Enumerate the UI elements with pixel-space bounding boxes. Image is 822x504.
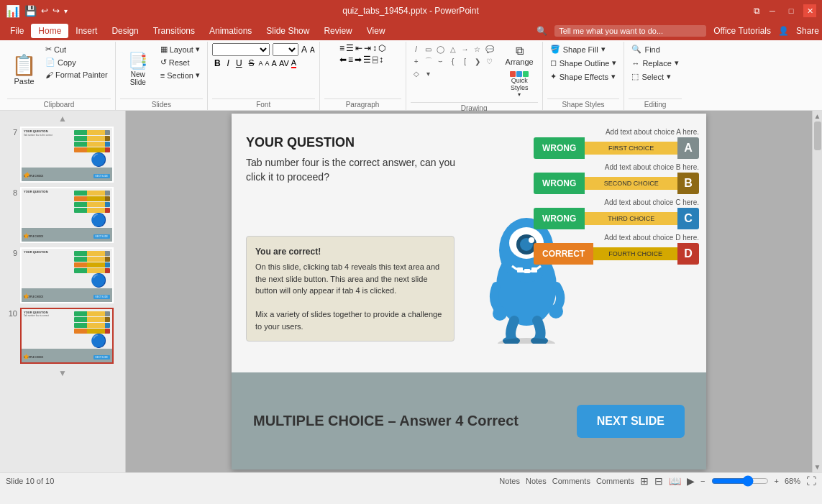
line-spacing[interactable]: ↕ <box>379 55 383 65</box>
choice-b-letter[interactable]: B <box>677 173 699 194</box>
choice-b-label[interactable]: SECOND CHOICE <box>585 177 677 190</box>
font-size-increase[interactable]: A <box>301 45 307 55</box>
fit-window-button[interactable]: ⛶ <box>806 475 816 487</box>
slide-image-8[interactable]: YOUR QUESTION <box>20 187 114 243</box>
find-button[interactable]: 🔍 Find <box>629 43 681 55</box>
shape-effects-button[interactable]: ✦ Shape Effects ▾ <box>547 70 620 83</box>
numbering-button[interactable]: ☰ <box>346 43 354 53</box>
maximize-button[interactable]: □ <box>785 4 798 17</box>
shape-arrow[interactable]: → <box>460 43 471 55</box>
shape-arc[interactable]: ⌒ <box>423 55 434 67</box>
font-size-decrease[interactable]: A <box>310 46 315 54</box>
view-normal[interactable]: ⊞ <box>640 475 649 487</box>
columns[interactable]: ⌸ <box>373 55 378 65</box>
zoom-out-button[interactable]: − <box>700 477 705 485</box>
scroll-down-btn[interactable]: ▼ <box>814 463 821 471</box>
shape-diamond[interactable]: ◇ <box>411 68 422 79</box>
shape-callout[interactable]: 💬 <box>484 43 496 55</box>
choice-row-a[interactable]: WRONG FIRST CHOICE A <box>534 137 699 159</box>
copy-button[interactable]: 📄 Copy <box>42 56 111 68</box>
view-slide-sorter[interactable]: ⊟ <box>654 475 663 487</box>
undo-icon[interactable]: ↩ <box>41 6 48 16</box>
save-icon[interactable]: 💾 <box>24 5 37 17</box>
zoom-slider[interactable] <box>711 475 769 487</box>
shape-oval[interactable]: ◯ <box>435 43 447 55</box>
choice-c-letter[interactable]: C <box>677 208 699 229</box>
underline-button[interactable]: U <box>234 58 245 69</box>
choice-row-c[interactable]: WRONG THIRD CHOICE C <box>534 208 699 229</box>
menu-insert[interactable]: Insert <box>68 24 104 38</box>
format-painter-button[interactable]: 🖌 Format Painter <box>42 69 111 81</box>
comments-button[interactable]: Comments <box>552 477 590 485</box>
shape-star[interactable]: ☆ <box>472 43 483 55</box>
convert-smartart[interactable]: ⬡ <box>378 43 385 53</box>
next-slide-button[interactable]: NEXT SLIDE <box>577 405 685 438</box>
arrange-button[interactable]: ⧉ Arrange <box>501 43 538 68</box>
slide-thumb-8[interactable]: 8 YOUR QUESTION <box>3 187 122 243</box>
vertical-scrollbar[interactable]: ▲ ▼ <box>812 111 822 472</box>
new-slide-button[interactable]: 📑 New Slide <box>120 43 156 95</box>
justify[interactable]: ☰ <box>363 55 371 65</box>
align-left[interactable]: ⬅ <box>339 55 347 65</box>
slide-panel[interactable]: ▲ 7 YOUR QUESTION Tab number four is the… <box>0 111 126 472</box>
font-color-button[interactable]: A <box>291 58 296 68</box>
section-button[interactable]: ≡ Section ▾ <box>157 69 203 81</box>
slide-image-9[interactable]: YOUR QUESTION <box>20 247 114 303</box>
menu-home[interactable]: Home <box>31 24 68 38</box>
font-size-select[interactable] <box>273 43 298 56</box>
restore-icon[interactable]: ⧉ <box>754 6 760 16</box>
shape-outline-button[interactable]: ◻ Shape Outline ▾ <box>547 57 620 69</box>
choice-d-letter[interactable]: D <box>677 243 699 265</box>
slide-thumb-9[interactable]: 9 YOUR QUESTION <box>3 247 122 303</box>
shape-line[interactable]: / <box>411 43 422 55</box>
comments-label[interactable]: Comments <box>596 477 634 485</box>
redo-icon[interactable]: ↪ <box>52 6 60 16</box>
share-button[interactable]: Share <box>796 26 819 36</box>
text-direction[interactable]: ↕ <box>373 43 377 53</box>
view-slideshow[interactable]: ▶ <box>687 475 695 487</box>
menu-design[interactable]: Design <box>104 24 145 38</box>
font-family-select[interactable] <box>212 43 270 56</box>
align-right[interactable]: ➡ <box>355 55 362 65</box>
shape-fill-button[interactable]: 🪣 Shape Fill ▾ <box>547 43 620 55</box>
reset-button[interactable]: ↺ Reset <box>157 56 203 68</box>
italic-button[interactable]: I <box>225 58 232 69</box>
choice-b-status[interactable]: WRONG <box>534 173 585 194</box>
menu-view[interactable]: View <box>360 24 393 38</box>
slide-image-10[interactable]: YOUR QUESTION Tab number four is correct <box>20 308 114 364</box>
choice-a-label[interactable]: FIRST CHOICE <box>585 142 677 155</box>
choice-c-status[interactable]: WRONG <box>534 208 585 229</box>
office-tutorials-link[interactable]: Office Tutorials <box>713 26 771 36</box>
slide-image-7[interactable]: YOUR QUESTION Tab number four is the cor… <box>20 127 114 183</box>
replace-button[interactable]: ↔ Replace ▾ <box>629 57 681 69</box>
zoom-in-button[interactable]: + <box>775 477 779 485</box>
shape-triangle[interactable]: △ <box>447 43 459 55</box>
select-button[interactable]: ⬚ Select ▾ <box>629 70 681 83</box>
align-center[interactable]: ≡ <box>348 55 353 65</box>
increase-indent[interactable]: ⇥ <box>364 43 371 53</box>
minimize-button[interactable]: ─ <box>766 4 779 17</box>
notes-label[interactable]: Notes <box>526 477 547 485</box>
search-field[interactable]: Tell me what you want to do... <box>554 25 706 37</box>
menu-file[interactable]: File <box>3 24 31 38</box>
slide-thumb-10[interactable]: 10 YOUR QUESTION Tab number four is corr… <box>3 308 122 364</box>
choice-d-label[interactable]: FOURTH CHOICE <box>593 247 677 260</box>
bullets-button[interactable]: ≡ <box>339 43 344 53</box>
subscript-button[interactable]: A <box>259 60 263 67</box>
shape-heart[interactable]: ♡ <box>484 55 496 67</box>
choice-row-d[interactable]: CORRECT FOURTH CHOICE D <box>534 243 699 265</box>
view-reading[interactable]: 📖 <box>669 475 681 487</box>
layout-button[interactable]: ▦ Layout ▾ <box>157 43 203 55</box>
menu-review[interactable]: Review <box>316 24 359 38</box>
menu-slideshow[interactable]: Slide Show <box>259 24 316 38</box>
shape-more[interactable]: + <box>411 55 422 67</box>
quick-styles-button[interactable]: Quick Styles ▾ <box>501 68 538 101</box>
paste-button[interactable]: 📋 Paste <box>7 43 41 95</box>
choice-c-label[interactable]: THIRD CHOICE <box>585 212 677 225</box>
shape-brace[interactable]: { <box>447 55 459 67</box>
choice-d-status[interactable]: CORRECT <box>534 243 593 265</box>
shape-rect[interactable]: ▭ <box>423 43 434 55</box>
scroll-thumb-v[interactable] <box>814 122 821 150</box>
choice-a-status[interactable]: WRONG <box>534 137 585 159</box>
shape-expand[interactable]: ▾ <box>423 68 434 79</box>
